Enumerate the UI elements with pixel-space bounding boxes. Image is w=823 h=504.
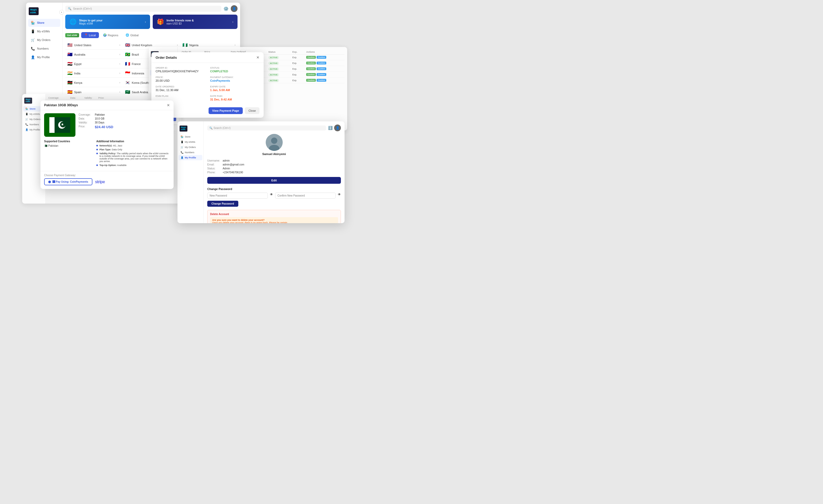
confirm2-button[interactable]: Confirm xyxy=(317,61,326,64)
order-modal-body: Order ID: CPILG0GHYIQBIOХXETNFH4ZY Statu… xyxy=(151,63,264,105)
order-id-field: Order ID: CPILG0GHYIQBIOХXETNFH4ZY xyxy=(156,66,205,73)
action-cell: Confirm Confirm xyxy=(305,60,345,66)
profile-logo: Magic eSIM. xyxy=(177,124,203,134)
list-item[interactable]: 🇪🇬 Egypt › xyxy=(65,59,123,68)
eye-icon-1[interactable]: 👁 xyxy=(270,193,273,199)
dot-icon xyxy=(96,164,98,166)
esim-plan-label: eSIM Plan: xyxy=(156,95,205,97)
esim-plan-field: eSIM Plan: xyxy=(156,95,205,101)
profile-nav-orders[interactable]: 🛒 My Orders xyxy=(179,145,202,150)
list-item[interactable]: 🇰🇪 Kenya › xyxy=(65,78,123,87)
plan-modal-close-button[interactable]: ✕ xyxy=(167,103,170,107)
hero-invite-arrow: › xyxy=(232,20,233,24)
list-item[interactable]: 🇮🇳 India › xyxy=(65,69,123,78)
sidebar-label-my-orders: My Orders xyxy=(37,38,50,41)
confirm-button[interactable]: Confirm xyxy=(306,73,316,76)
tab-global[interactable]: 🌐 Global xyxy=(123,32,142,38)
data-value: 10.0 GB xyxy=(95,117,113,120)
search-icon: 🔍 xyxy=(209,127,212,130)
exp-cell: Exp. xyxy=(291,60,305,66)
view-payment-page-button[interactable]: View Payment Page xyxy=(208,107,243,114)
profile-nav-numbers[interactable]: 📞 Numbers xyxy=(179,150,202,155)
order-modal-close-button[interactable]: ✕ xyxy=(256,55,260,59)
date-paid-field: Date Paid: 31 Dec, 9:42 AM xyxy=(210,95,260,101)
numbers-icon: 📞 xyxy=(31,47,35,51)
profile-nav-esims[interactable]: 📱 My eSIMs xyxy=(179,139,202,145)
list-item[interactable]: 🇦🇺 Australia › xyxy=(65,50,123,59)
network-info: Network(s): 4G, Jazz xyxy=(96,144,170,147)
orders-icon: 🛒 xyxy=(31,38,35,42)
profile-nav-store[interactable]: 🏪 Store xyxy=(179,134,202,139)
date-ordered-value: 31 Dec, 11:30 AM xyxy=(156,89,205,92)
password-inputs: 👁 👁 xyxy=(207,193,341,199)
plan-flag-card xyxy=(44,113,75,137)
settings-icon[interactable]: ⚙️ xyxy=(223,6,229,11)
close-order-modal-button[interactable]: Close xyxy=(245,107,260,114)
confirm-button[interactable]: Confirm xyxy=(306,79,316,82)
search-placeholder: Search (Ctrl+/) xyxy=(73,7,92,10)
avatar[interactable]: 👤 xyxy=(231,5,237,12)
confirm-button[interactable]: Confirm xyxy=(306,67,316,70)
plan-type-info: Plan Type: Data Only xyxy=(96,148,170,151)
profile-search[interactable]: 🔍 Search (Ctrl+/) xyxy=(207,126,326,131)
flag-icon: 🇰🇷 xyxy=(125,80,130,85)
local-icon: 📍 xyxy=(84,33,88,37)
eye-icon-2[interactable]: 👁 xyxy=(338,193,341,199)
confirm2-button[interactable]: Confirm xyxy=(317,73,326,76)
country-name: United Kingdom xyxy=(132,44,175,47)
tab-regions[interactable]: 🌍 Regions xyxy=(100,32,121,38)
search-bar[interactable]: 🔍 Search (Ctrl+/) xyxy=(65,6,221,12)
price-value: 20.00 USD xyxy=(156,79,205,82)
confirm2-button[interactable]: Confirm xyxy=(317,79,326,82)
sidebar-item-my-esims[interactable]: 📱 My eSIMs xyxy=(28,27,60,35)
dot-icon xyxy=(96,149,98,150)
list-item[interactable]: 🇺🇸 United States › xyxy=(65,41,123,49)
validity-policy-info: Validity Policy: The validity period sta… xyxy=(96,152,170,163)
sidebar-label-my-esims: My eSIMs xyxy=(37,30,50,33)
profile-icon: 👤 xyxy=(25,128,28,131)
edit-profile-button[interactable]: Edit xyxy=(207,177,341,184)
sidebar-toggle[interactable]: ‹ xyxy=(59,10,64,15)
sidebar-item-my-profile[interactable]: 👤 My Profile xyxy=(28,53,60,61)
supported-countries-title: Supported Countries xyxy=(44,140,93,143)
tab-local[interactable]: 📍 Local xyxy=(81,32,99,38)
status-label: Status: xyxy=(210,66,260,69)
status-cell: ACTIVE xyxy=(267,77,291,83)
confirm-button[interactable]: Confirm xyxy=(306,56,316,59)
hero-invite-subtitle: earn USD $3 xyxy=(167,22,194,25)
order-modal-header: Order Details ✕ xyxy=(151,52,264,63)
data-label: Data: xyxy=(78,117,91,120)
status-cell: ACTIVE xyxy=(267,60,291,66)
confirm2-button[interactable]: Confirm xyxy=(317,67,326,70)
confirm-button[interactable]: Confirm xyxy=(306,61,316,64)
hero-steps-arrow: › xyxy=(145,20,146,24)
exp-cell: Exp. xyxy=(291,77,305,83)
stripe-logo[interactable]: stripe xyxy=(95,180,105,184)
profile-avatar-topbar[interactable]: 👤 xyxy=(334,125,341,131)
coinpayments-option[interactable]: 🅿 Pay Using: CoinPayments xyxy=(44,178,93,185)
hero-invite-banner[interactable]: 🎁 Invite friends now & earn USD $3 › xyxy=(153,15,237,29)
chevron-right-icon: › xyxy=(119,44,120,46)
hero-steps-banner[interactable]: 🌐 Steps to get your Magic eSIM › xyxy=(65,15,150,29)
confirm-password-input[interactable] xyxy=(275,193,336,199)
status-cell: ACTIVE xyxy=(267,54,291,60)
change-password-button[interactable]: Change Password xyxy=(207,201,238,207)
hero-steps-text: Steps to get your Magic eSIM xyxy=(79,18,103,25)
profile-nav-my-profile[interactable]: 👤 My Profile xyxy=(179,155,202,160)
info-icon[interactable]: ℹ️ xyxy=(328,126,333,130)
profile-avatar xyxy=(266,134,283,151)
svg-point-6 xyxy=(271,138,277,144)
country-name: United States xyxy=(74,44,118,47)
country-name: India xyxy=(74,72,118,75)
payment-gateway-value: CoinPayments xyxy=(210,79,260,82)
username-label: Username: xyxy=(207,159,220,162)
small-logo-box: Magic eSIM. xyxy=(24,98,32,104)
date-paid-label: Date Paid: xyxy=(210,95,260,97)
new-password-input[interactable] xyxy=(207,193,268,199)
chevron-right-icon: › xyxy=(119,53,120,56)
esim-icon: 📱 xyxy=(25,113,28,115)
confirm2-button[interactable]: Confirm xyxy=(317,56,326,59)
sidebar-item-store[interactable]: 🏪 Store xyxy=(28,19,60,27)
sidebar-item-my-orders[interactable]: 🛒 My Orders xyxy=(28,36,60,44)
sidebar-item-numbers[interactable]: 📞 Numbers xyxy=(28,45,60,53)
